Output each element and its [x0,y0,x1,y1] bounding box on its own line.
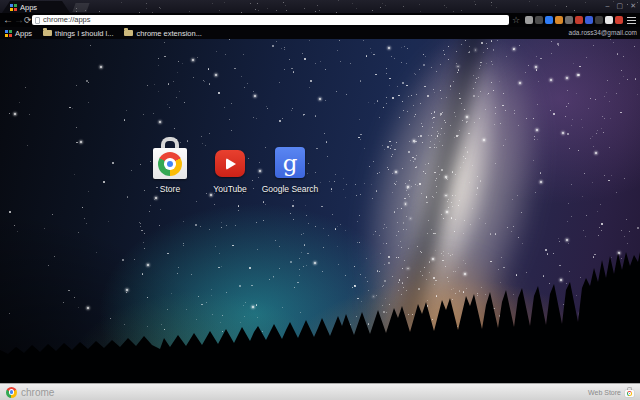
url-text: chrome://apps [43,15,91,25]
app-tile-google-search[interactable]: g Google Search [260,129,320,194]
app-grid: Store YouTube g Google Search [140,129,320,194]
frame-star-speckle [0,0,640,13]
toolbar: ← → ⟳ chrome://apps ☆ [0,13,640,27]
extension-icons [525,16,623,24]
apps-favicon [10,4,17,11]
extension-icon-globe[interactable] [525,16,533,24]
folder-icon [43,30,52,36]
app-label: Google Search [262,184,319,194]
tab-strip: Apps – ▢ ✕ [0,0,640,13]
extension-icon-red[interactable] [575,16,583,24]
bookmark-label: chrome extension... [136,29,201,38]
extension-icon-gray[interactable] [565,16,573,24]
minimize-button[interactable]: – [606,0,610,11]
extension-icon-accessibility[interactable] [545,16,553,24]
menu-icon[interactable] [627,17,636,24]
footer-bar: chrome Web Store [0,383,640,400]
close-button[interactable]: ✕ [630,0,636,11]
app-tile-store[interactable]: Store [140,129,200,194]
extension-icon-dark[interactable] [595,16,603,24]
apps-page: Store YouTube g Google Search [0,39,640,383]
web-store-label: Web Store [588,389,621,396]
app-label: Store [160,184,180,194]
tab-label: Apps [20,3,37,12]
tree-silhouette [0,250,640,383]
bookmark-folder-things[interactable]: things I should l... [43,29,113,38]
bookmarks-bar: Apps things I should l... chrome extensi… [0,27,640,39]
extension-icon-light[interactable] [605,16,613,24]
chrome-logo [6,387,17,398]
app-label: YouTube [213,184,246,194]
web-store-icon [625,387,634,397]
folder-icon [124,30,133,36]
bookmark-folder-extensions[interactable]: chrome extension... [124,29,201,38]
web-store-link[interactable]: Web Store [588,387,634,397]
address-bar[interactable]: chrome://apps [32,15,509,25]
account-email: ada.ross34@gmail.com [569,27,637,39]
chrome-web-store-icon [152,137,188,181]
bookmark-apps[interactable]: Apps [5,29,32,38]
extension-icon-blue[interactable] [585,16,593,24]
back-button[interactable]: ← [3,13,13,27]
extension-icon-pink[interactable] [615,16,623,24]
youtube-icon [215,150,245,177]
tab-apps[interactable]: Apps [2,1,70,13]
extension-icon-mail[interactable] [535,16,543,24]
reload-button[interactable]: ⟳ [24,13,32,27]
browser-window: Apps – ▢ ✕ ← → ⟳ chrome://apps ☆ Apps th… [0,0,640,400]
forward-button[interactable]: → [14,13,24,27]
chrome-brand-label: chrome [21,387,54,398]
bookmark-label: things I should l... [55,29,113,38]
bookmark-star-icon[interactable]: ☆ [512,13,520,27]
page-icon [35,17,40,24]
google-search-icon: g [275,147,305,178]
apps-grid-icon [5,30,12,37]
app-tile-youtube[interactable]: YouTube [200,129,260,194]
maximize-button[interactable]: ▢ [617,0,624,11]
extension-icon-orange[interactable] [555,16,563,24]
bookmark-label: Apps [15,29,32,38]
